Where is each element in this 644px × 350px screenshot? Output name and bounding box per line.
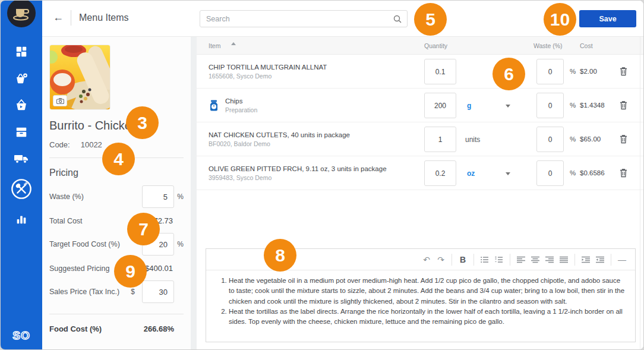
unit-dropdown-caret-icon[interactable] (506, 172, 510, 175)
photo-upload-badge[interactable] (53, 95, 67, 106)
sidebar-item-menu-items[interactable] (11, 178, 32, 200)
item-detail-panel: Burrito - Chicken Code: 10022 Pricing Wa… (42, 37, 191, 350)
waste-input[interactable] (536, 93, 564, 118)
quantity-input[interactable] (424, 93, 456, 118)
food-cost-row: Food Cost (%) 266.68% (49, 324, 184, 333)
waste-input[interactable] (536, 127, 564, 152)
waste-input[interactable] (536, 160, 564, 186)
toolbar-divider (473, 254, 474, 266)
trash-icon (620, 168, 627, 178)
trash-icon (620, 100, 627, 110)
numbered-list-icon[interactable] (492, 253, 506, 267)
target-food-cost-label: Target Food Cost (%) (49, 240, 142, 248)
target-food-cost-row: Target Food Cost (%) % (49, 233, 184, 256)
table-row: Chips Preparation g % $1.4348 (197, 89, 644, 122)
ingredient-name: CHIP TORTILLA MULTGRAIN ALLNAT (209, 64, 327, 71)
callout-badge-6: 6 (493, 58, 525, 90)
recipe-text-area[interactable]: Heat the vegetable oil in a medium pot o… (206, 270, 635, 332)
cost-value: $2.00 (580, 68, 597, 75)
ingredient-name-cell: OLIVE GREEN PITTED FRCH, 9.11 oz, 3 unit… (209, 165, 387, 181)
app-window: SO ← Menu Items Save (0, 0, 644, 350)
table-row: CHIP TORTILLA MULTGRAIN ALLNAT 1655608, … (197, 55, 644, 89)
align-center-icon[interactable] (528, 253, 542, 267)
sales-price-label: Sales Price (Tax Inc.) (49, 288, 131, 296)
col-header-item[interactable]: Item (209, 42, 220, 49)
sales-price-currency: $ (131, 288, 135, 296)
unit-value[interactable]: oz (467, 169, 475, 178)
sidebar-item-orders[interactable] (11, 97, 32, 113)
percent-label: % (570, 169, 576, 176)
percent-label: % (570, 102, 576, 109)
col-header-waste[interactable]: Waste (%) (533, 42, 563, 49)
cost-value: $65.00 (580, 135, 601, 143)
cost-value: $1.4348 (580, 102, 605, 109)
redo-icon[interactable]: ↷ (434, 253, 448, 267)
waste-label: Waste (%) (49, 193, 142, 201)
sidebar-item-dashboard[interactable] (11, 44, 32, 59)
justify-icon[interactable] (557, 253, 571, 267)
coffee-cup-icon (11, 3, 31, 23)
inventory-box-icon (15, 125, 28, 138)
unit-value[interactable]: g (467, 102, 471, 110)
trash-icon (620, 67, 627, 76)
quantity-input[interactable] (424, 160, 456, 186)
item-code-value: 10022 (81, 140, 102, 149)
bullet-list-icon[interactable] (478, 253, 492, 267)
recipe-step: Heat the tortillas as the label directs.… (229, 307, 626, 327)
ingredient-name-cell: Chips Preparation (209, 97, 257, 113)
delete-row-button[interactable] (620, 168, 627, 178)
callout-badge-5: 5 (414, 3, 447, 36)
outdent-icon[interactable] (593, 253, 607, 267)
ingredient-name: Chips (225, 97, 257, 105)
bold-icon[interactable]: B (456, 253, 470, 267)
ingredient-name: OLIVE GREEN PITTED FRCH, 9.11 oz, 3 unit… (209, 165, 387, 172)
callout-badge-9: 9 (114, 255, 147, 288)
search-bar (200, 10, 408, 27)
ingredient-detail: Preparation (225, 106, 257, 113)
unit-value: units (465, 135, 480, 144)
unit-dropdown-caret-icon[interactable] (506, 105, 510, 108)
sidebar-item-inventory[interactable] (11, 124, 32, 140)
delete-row-button[interactable] (620, 134, 627, 144)
kitchen-scale-icon (209, 99, 219, 111)
waste-input[interactable] (536, 59, 564, 84)
delete-row-button[interactable] (620, 100, 627, 110)
cost-value: $0.6586 (580, 169, 605, 176)
sort-ascending-icon[interactable] (231, 42, 236, 45)
sales-price-input[interactable] (142, 280, 174, 303)
divider (49, 314, 184, 314)
align-right-icon[interactable] (542, 253, 557, 267)
indent-icon[interactable] (579, 253, 593, 267)
food-cost-value: 266.68% (144, 324, 174, 333)
app-logo[interactable] (7, 0, 36, 27)
sidebar-item-reports[interactable] (11, 212, 32, 227)
col-header-cost[interactable]: Cost (580, 42, 593, 49)
ingredient-detail: 1655608, Sysco Demo (209, 72, 327, 80)
table-row: NAT CHICKEN CUTLETS, 40 units in package… (197, 122, 644, 156)
save-button[interactable]: Save (579, 10, 636, 27)
search-icon[interactable] (393, 15, 402, 23)
quantity-input[interactable] (424, 59, 456, 84)
delete-row-button[interactable] (620, 67, 627, 76)
item-photo[interactable] (49, 45, 111, 110)
callout-badge-8: 8 (264, 239, 296, 272)
undo-icon[interactable]: ↶ (419, 253, 434, 267)
quantity-input[interactable] (424, 127, 456, 152)
percent-label: % (570, 68, 576, 75)
sidebar-item-purchasing[interactable] (11, 71, 32, 86)
align-left-icon[interactable] (514, 253, 528, 267)
toolbar-divider (611, 254, 611, 266)
col-header-quantity[interactable]: Quantity (424, 42, 447, 49)
horizontal-rule-icon[interactable]: — (615, 253, 629, 267)
search-input[interactable] (200, 15, 393, 23)
sidebar-item-delivery[interactable] (11, 151, 32, 166)
title-divider (71, 10, 71, 26)
ingredients-panel: Item Quantity Waste (%) Cost CHIP TORTIL… (197, 37, 644, 350)
dashboard-icon (15, 45, 28, 58)
waste-input[interactable] (142, 185, 174, 208)
waste-suffix: % (174, 193, 184, 201)
ingredient-detail: BF0020, Baldor Demo (209, 140, 350, 147)
back-arrow-icon[interactable]: ← (53, 11, 64, 24)
bar-chart-icon (15, 213, 28, 226)
callout-badge-7: 7 (127, 213, 160, 245)
